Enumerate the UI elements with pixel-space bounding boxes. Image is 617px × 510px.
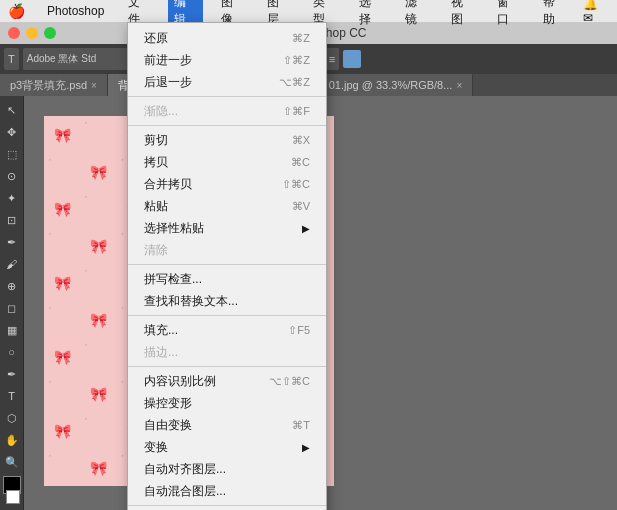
window-controls[interactable]	[8, 27, 56, 39]
maximize-button[interactable]	[44, 27, 56, 39]
font-family[interactable]: Adobe 黑体 Std	[23, 48, 143, 70]
menu-content-aware-scale-label: 内容识别比例	[144, 373, 216, 390]
menu-auto-blend[interactable]: 自动混合图层...	[128, 480, 326, 502]
menu-auto-align[interactable]: 自动对齐图层...	[128, 458, 326, 480]
dot: ●	[80, 116, 92, 128]
menu-content-aware-scale-shortcut: ⌥⇧⌘C	[269, 375, 310, 388]
menu-free-transform-label: 自由变换	[144, 417, 192, 434]
apple-menu[interactable]: 🍎	[8, 3, 25, 19]
menu-fade[interactable]: 渐隐... ⇧⌘F	[128, 100, 326, 122]
menu-cut[interactable]: 剪切 ⌘X	[128, 129, 326, 151]
background-color[interactable]	[6, 490, 20, 504]
separator-6	[128, 505, 326, 506]
tool-eyedropper[interactable]: ✒	[2, 232, 22, 252]
tool-dodge[interactable]: ○	[2, 342, 22, 362]
menu-copy-label: 拷贝	[144, 154, 168, 171]
menu-paste-special-label: 选择性粘贴	[144, 220, 204, 237]
menu-puppet-warp[interactable]: 操控变形	[128, 392, 326, 414]
dot: ●	[44, 375, 56, 387]
bow: 🎀	[80, 449, 116, 486]
tool-brush[interactable]: 🖌	[2, 254, 22, 274]
tool-shape[interactable]: ⬡	[2, 408, 22, 428]
tool-gradient[interactable]: ▦	[2, 320, 22, 340]
menubar-view[interactable]: 视图	[445, 0, 479, 30]
menu-step-forward[interactable]: 前进一步 ⇧⌘Z	[128, 49, 326, 71]
menu-spellcheck[interactable]: 拼写检查...	[128, 268, 326, 290]
tool-crop[interactable]: ⊡	[2, 210, 22, 230]
menu-fade-shortcut: ⇧⌘F	[283, 105, 310, 118]
bow: 🎀	[80, 375, 116, 412]
menu-undo[interactable]: 还原 ⌘Z	[128, 27, 326, 49]
bow: 🎀	[80, 301, 116, 338]
menu-paste[interactable]: 粘贴 ⌘V	[128, 195, 326, 217]
menu-stroke[interactable]: 描边...	[128, 341, 326, 363]
menu-clear-label: 清除	[144, 242, 168, 259]
tab-close-p3[interactable]: ×	[91, 80, 97, 91]
menubar-photoshop[interactable]: Photoshop	[41, 2, 110, 20]
color-swatch[interactable]	[343, 50, 361, 68]
tool-pen[interactable]: ✒	[2, 364, 22, 384]
separator-4	[128, 315, 326, 316]
menu-paste-label: 粘贴	[144, 198, 168, 215]
menu-auto-align-label: 自动对齐图层...	[144, 461, 226, 478]
dot: ●	[44, 301, 56, 313]
minimize-button[interactable]	[26, 27, 38, 39]
menu-free-transform-shortcut: ⌘T	[292, 419, 310, 432]
menu-fill[interactable]: 填充... ⇧F5	[128, 319, 326, 341]
tab-p3[interactable]: p3背景填充.psd ×	[0, 74, 108, 96]
menu-free-transform[interactable]: 自由变换 ⌘T	[128, 414, 326, 436]
tool-lasso[interactable]: ⊙	[2, 166, 22, 186]
separator-5	[128, 366, 326, 367]
separator-1	[128, 96, 326, 97]
menu-fade-label: 渐隐...	[144, 103, 178, 120]
menu-paste-special[interactable]: 选择性粘贴 ▶	[128, 217, 326, 239]
menu-copy-shortcut: ⌘C	[291, 156, 310, 169]
tab-01jpg[interactable]: 01.jpg @ 33.3%/RGB/8... ×	[319, 74, 474, 96]
menu-copy[interactable]: 拷贝 ⌘C	[128, 151, 326, 173]
separator-2	[128, 125, 326, 126]
tab-label: 01.jpg @ 33.3%/RGB/8...	[329, 79, 453, 91]
tool-magic-wand[interactable]: ✦	[2, 188, 22, 208]
tool-select[interactable]: ↖	[2, 100, 22, 120]
menu-spellcheck-label: 拼写检查...	[144, 271, 202, 288]
menu-content-aware-scale[interactable]: 内容识别比例 ⌥⇧⌘C	[128, 370, 326, 392]
tools-panel: ↖ ✥ ⬚ ⊙ ✦ ⊡ ✒ 🖌 ⊕ ◻ ▦ ○ ✒ T ⬡ ✋ 🔍	[0, 96, 24, 510]
menu-find-replace-label: 查找和替换文本...	[144, 293, 238, 310]
tool-zoom[interactable]: 🔍	[2, 452, 22, 472]
notification-icons: 🔔 ✉	[583, 0, 609, 25]
menubar-select[interactable]: 选择	[353, 0, 387, 30]
tool-type-icon: T	[4, 48, 19, 70]
tool-hand[interactable]: ✋	[2, 430, 22, 450]
tool-clone[interactable]: ⊕	[2, 276, 22, 296]
menu-step-forward-label: 前进一步	[144, 52, 192, 69]
tab-close-01jpg[interactable]: ×	[456, 80, 462, 91]
menu-clear[interactable]: 清除	[128, 239, 326, 261]
menu-copy-merged[interactable]: 合并拷贝 ⇧⌘C	[128, 173, 326, 195]
menu-undo-shortcut: ⌘Z	[292, 32, 310, 45]
menubar-help[interactable]: 帮助	[537, 0, 571, 30]
tool-type[interactable]: T	[2, 386, 22, 406]
menu-auto-blend-label: 自动混合图层...	[144, 483, 226, 500]
menu-step-backward[interactable]: 后退一步 ⌥⌘Z	[128, 71, 326, 93]
menubar-filter[interactable]: 滤镜	[399, 0, 433, 30]
menubar: 🍎 Photoshop 文件 编辑 图像 图层 类型 选择 滤镜 视图 窗口 帮…	[0, 0, 617, 22]
menubar-window[interactable]: 窗口	[491, 0, 525, 30]
dot: ●	[44, 227, 56, 239]
menu-transform-label: 变换	[144, 439, 168, 456]
tool-eraser[interactable]: ◻	[2, 298, 22, 318]
bow: 🎀	[80, 153, 116, 190]
bow: 🎀	[44, 338, 80, 375]
close-button[interactable]	[8, 27, 20, 39]
menu-step-backward-shortcut: ⌥⌘Z	[279, 76, 310, 89]
menu-cut-label: 剪切	[144, 132, 168, 149]
dot: ●	[80, 338, 92, 350]
bow: 🎀	[44, 190, 80, 227]
tool-move[interactable]: ✥	[2, 122, 22, 142]
submenu-arrow: ▶	[302, 223, 310, 234]
tool-marquee[interactable]: ⬚	[2, 144, 22, 164]
menu-find-replace[interactable]: 查找和替换文本...	[128, 290, 326, 312]
menu-step-forward-shortcut: ⇧⌘Z	[283, 54, 310, 67]
menu-undo-label: 还原	[144, 30, 168, 47]
dot: ●	[44, 449, 56, 461]
menu-transform[interactable]: 变换 ▶	[128, 436, 326, 458]
